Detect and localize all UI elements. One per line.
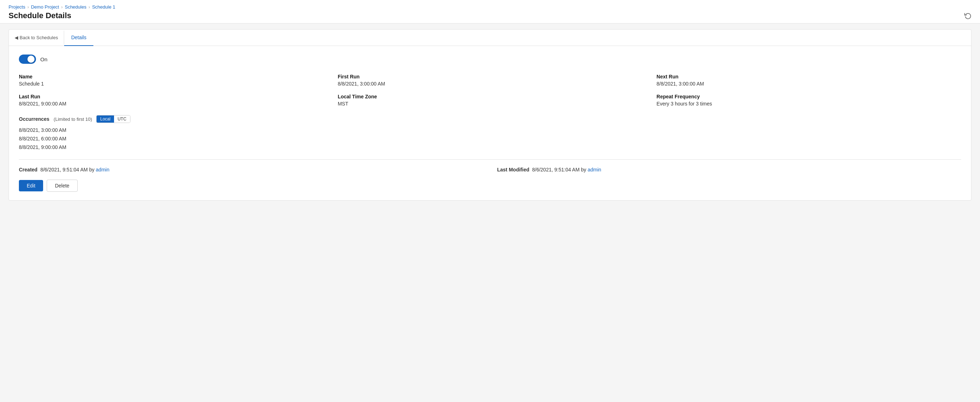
back-arrow-icon: ◀ bbox=[14, 35, 18, 40]
modified-value: 8/6/2021, 9:51:04 AM by admin bbox=[532, 167, 601, 173]
modified-value-text: 8/6/2021, 9:51:04 AM by bbox=[532, 167, 586, 173]
modified-label: Last Modified bbox=[497, 167, 529, 173]
footer-row: Edit Delete bbox=[19, 180, 961, 192]
history-icon[interactable] bbox=[964, 12, 972, 19]
breadcrumb-sep-2: › bbox=[61, 5, 63, 10]
utc-btn[interactable]: UTC bbox=[114, 116, 130, 122]
local-utc-toggle: Local UTC bbox=[96, 115, 130, 123]
delete-button[interactable]: Delete bbox=[47, 180, 77, 192]
breadcrumb-schedule1[interactable]: Schedule 1 bbox=[92, 4, 115, 10]
created-value: 8/6/2021, 9:51:04 AM by admin bbox=[40, 167, 110, 173]
first-run-label: First Run bbox=[338, 74, 643, 79]
next-run-label: Next Run bbox=[656, 74, 961, 79]
occurrences-header: Occurrences (Limited to first 10) Local … bbox=[19, 115, 961, 123]
tab-bar: ◀ Back to Schedules Details bbox=[9, 30, 971, 46]
local-tz-label: Local Time Zone bbox=[338, 94, 643, 99]
breadcrumb-sep-1: › bbox=[27, 5, 29, 10]
main-content: ◀ Back to Schedules Details On Name Sche… bbox=[8, 29, 972, 201]
detail-repeat-freq: Repeat Frequency Every 3 hours for 3 tim… bbox=[656, 94, 961, 106]
created-user-link[interactable]: admin bbox=[96, 167, 110, 173]
repeat-freq-label: Repeat Frequency bbox=[656, 94, 961, 99]
local-tz-value: MST bbox=[338, 101, 643, 106]
schedule-toggle[interactable] bbox=[19, 54, 36, 64]
back-to-schedules-label: Back to Schedules bbox=[20, 35, 58, 40]
occurrence-item: 8/8/2021, 3:00:00 AM bbox=[19, 127, 961, 133]
name-value: Schedule 1 bbox=[19, 81, 324, 87]
occurrence-item: 8/8/2021, 6:00:00 AM bbox=[19, 135, 961, 142]
breadcrumb: Projects › Demo Project › Schedules › Sc… bbox=[8, 4, 972, 10]
detail-last-run: Last Run 8/8/2021, 9:00:00 AM bbox=[19, 94, 324, 106]
occurrence-item: 8/8/2021, 9:00:00 AM bbox=[19, 144, 961, 151]
page-title: Schedule Details bbox=[8, 11, 71, 20]
edit-button[interactable]: Edit bbox=[19, 180, 43, 191]
content-area: On Name Schedule 1 First Run 8/8/2021, 3… bbox=[9, 46, 971, 200]
tab-details[interactable]: Details bbox=[64, 30, 94, 46]
occurrence-list: 8/8/2021, 3:00:00 AM8/8/2021, 6:00:00 AM… bbox=[19, 127, 961, 151]
back-to-schedules-link[interactable]: ◀ Back to Schedules bbox=[14, 31, 64, 44]
repeat-freq-value: Every 3 hours for 3 times bbox=[656, 101, 961, 106]
detail-name: Name Schedule 1 bbox=[19, 74, 324, 87]
detail-first-run: First Run 8/8/2021, 3:00:00 AM bbox=[338, 74, 643, 87]
meta-modified: Last Modified 8/6/2021, 9:51:04 AM by ad… bbox=[497, 167, 961, 173]
breadcrumb-schedules[interactable]: Schedules bbox=[65, 4, 87, 10]
breadcrumb-sep-3: › bbox=[88, 5, 90, 10]
last-run-value: 8/8/2021, 9:00:00 AM bbox=[19, 101, 324, 106]
occurrences-note: (Limited to first 10) bbox=[54, 116, 92, 122]
breadcrumb-demo-project[interactable]: Demo Project bbox=[31, 4, 59, 10]
occurrences-section: Occurrences (Limited to first 10) Local … bbox=[19, 115, 961, 151]
next-run-value: 8/8/2021, 3:00:00 AM bbox=[656, 81, 961, 87]
meta-section: Created 8/6/2021, 9:51:04 AM by admin La… bbox=[19, 167, 961, 173]
detail-local-tz: Local Time Zone MST bbox=[338, 94, 643, 106]
detail-next-run: Next Run 8/8/2021, 3:00:00 AM bbox=[656, 74, 961, 87]
top-bar: Projects › Demo Project › Schedules › Sc… bbox=[0, 0, 980, 24]
toggle-label: On bbox=[40, 56, 48, 62]
first-run-value: 8/8/2021, 3:00:00 AM bbox=[338, 81, 643, 87]
occurrences-label: Occurrences bbox=[19, 116, 49, 122]
meta-created: Created 8/6/2021, 9:51:04 AM by admin bbox=[19, 167, 483, 173]
divider bbox=[19, 159, 961, 160]
toggle-thumb bbox=[27, 56, 35, 63]
last-run-label: Last Run bbox=[19, 94, 324, 99]
local-btn[interactable]: Local bbox=[97, 116, 114, 122]
toggle-track bbox=[19, 54, 36, 64]
modified-user-link[interactable]: admin bbox=[588, 167, 601, 173]
details-grid: Name Schedule 1 First Run 8/8/2021, 3:00… bbox=[19, 74, 961, 106]
breadcrumb-projects[interactable]: Projects bbox=[8, 4, 25, 10]
created-value-text: 8/6/2021, 9:51:04 AM by bbox=[40, 167, 94, 173]
created-label: Created bbox=[19, 167, 37, 173]
toggle-row: On bbox=[19, 54, 961, 64]
name-label: Name bbox=[19, 74, 324, 79]
